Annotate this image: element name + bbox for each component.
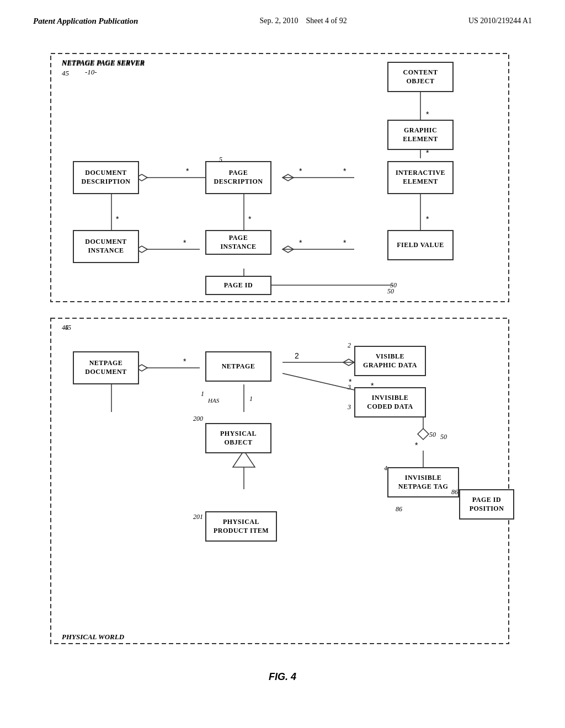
header-right-patent: US 2010/219244 A1 — [468, 17, 532, 25]
svg-text:86: 86 — [396, 505, 402, 513]
document-instance-box: DOCUMENT INSTANCE — [73, 230, 139, 263]
svg-marker-42 — [418, 429, 429, 440]
label-200: 200 — [193, 415, 203, 423]
visible-graphic-data-box: VISIBLE GRAPHIC DATA — [354, 346, 426, 376]
invisible-netpage-tag-box: INVISIBLE NETPAGE TAG — [387, 467, 459, 497]
document-description-box: DOCUMENT DESCRIPTION — [73, 161, 139, 194]
svg-text:*: * — [299, 167, 302, 175]
invisible-coded-data-box: INVISIBLE CODED DATA — [354, 387, 426, 417]
svg-text:*: * — [248, 215, 252, 223]
field-value-box: FIELD VALUE — [387, 230, 454, 260]
svg-text:50: 50 — [429, 431, 436, 438]
content-object-box: CONTENT OBJECT — [387, 62, 454, 92]
physical-product-item-box: PHYSICAL PRODUCT ITEM — [205, 511, 277, 542]
label-4: 4 — [384, 464, 387, 473]
svg-text:*: * — [343, 167, 347, 175]
header-left-title: Patent Application Publication — [33, 17, 138, 26]
label-1: 1 — [201, 390, 204, 398]
label-50-bottom: 50 — [440, 433, 447, 441]
interactive-element-box: INTERACTIVE ELEMENT — [387, 161, 454, 194]
label-86: 86 — [451, 488, 458, 496]
svg-text:3: 3 — [347, 403, 351, 411]
svg-marker-35 — [343, 359, 354, 366]
svg-text:*: * — [426, 110, 429, 119]
page-id-box: PAGE ID — [205, 276, 271, 295]
svg-text:*: * — [183, 238, 186, 247]
top-label: NETPAGE PAGE SERVER — [62, 58, 145, 67]
page-header: Patent Application Publication Sep. 2, 2… — [0, 0, 565, 31]
svg-text:*: * — [426, 215, 429, 223]
diagram-area: * 5 * * * * * * * * * * — [45, 48, 520, 655]
svg-text:*: * — [415, 441, 418, 449]
page-instance-box: PAGE INSTANCE — [205, 230, 271, 255]
svg-marker-24 — [282, 246, 294, 253]
netpage-document-box: NETPAGE DOCUMENT — [73, 351, 139, 384]
svg-text:*: * — [183, 357, 186, 366]
label-3: 3 — [348, 383, 351, 392]
svg-marker-7 — [282, 174, 294, 181]
bottom-section-label: PHYSICAL WORLD — [62, 633, 124, 641]
netpage-box: NETPAGE — [205, 351, 271, 382]
label-201: 201 — [193, 513, 203, 521]
label-has: HAS — [208, 397, 219, 404]
label-2: 2 — [348, 341, 351, 350]
physical-object-box: PHYSICAL OBJECT — [205, 423, 271, 453]
label-5: 5 — [219, 156, 222, 164]
svg-text:2: 2 — [295, 351, 299, 360]
svg-line-37 — [282, 373, 354, 390]
svg-text:*: * — [116, 215, 119, 223]
label-50-top: 50 — [390, 281, 397, 290]
label-45b: 45 — [65, 324, 71, 332]
fig-caption: FIG. 4 — [0, 671, 565, 683]
top-number: -10- — [85, 68, 97, 77]
graphic-element-box: GRAPHIC ELEMENT — [387, 120, 454, 150]
svg-text:*: * — [299, 238, 302, 247]
page-id-position-box: PAGE ID POSITION — [459, 489, 514, 520]
svg-text:*: * — [186, 167, 189, 175]
svg-text:1: 1 — [249, 395, 253, 403]
svg-text:*: * — [343, 238, 347, 247]
top-section-number: 45 — [62, 69, 69, 78]
page-description-box: PAGE DESCRIPTION — [205, 161, 271, 194]
header-center-info: Sep. 2, 2010 Sheet 4 of 92 — [259, 17, 347, 25]
